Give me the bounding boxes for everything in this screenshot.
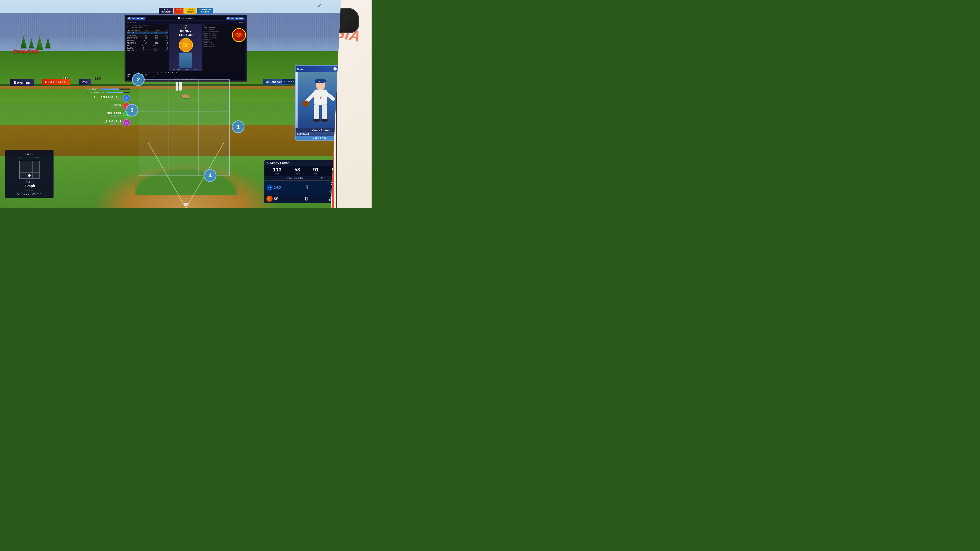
lad-abbr-hud: LAD bbox=[274, 186, 284, 189]
batting-row-3: LONGORIA3B.0000-0 bbox=[127, 34, 168, 37]
batter-section: OFP SEASON STATISTICS BATTING ORDER YAST… bbox=[126, 24, 245, 71]
con-value: 113 bbox=[273, 167, 281, 173]
batting-row-1: YASTRZEMSKIRF.0000-0 bbox=[127, 29, 168, 32]
sf-label: SF bbox=[127, 76, 132, 78]
inn9-header: 9 bbox=[164, 72, 167, 73]
confidence-bar-background bbox=[106, 92, 130, 94]
park-name-label: ORACLE PARK™ bbox=[8, 192, 51, 195]
batting-order-label: OFP SEASON STATISTICS bbox=[127, 24, 168, 26]
card-team-name: CLEVELAND bbox=[297, 133, 310, 135]
splitter-option[interactable]: SPLITTER 81-85 MPH △ bbox=[87, 111, 130, 118]
pow-label: POW bbox=[294, 173, 300, 175]
slider-name: SLIDER bbox=[110, 104, 121, 106]
show-logo-left: ⚾ THE SHOW22 bbox=[127, 17, 145, 20]
pitch-release-label: PITCH RELEASE bbox=[8, 156, 51, 159]
inn6-header: 6 bbox=[152, 72, 155, 73]
bowman-ad: Bowman bbox=[10, 79, 34, 86]
topps-chrome-billboard: ToppsChrome bbox=[185, 8, 196, 14]
san-diego-studio-billboard: SAN DIEGOSTUDIO bbox=[197, 8, 213, 14]
sf-inn6: 1 bbox=[152, 76, 155, 78]
fastball-option[interactable]: 4-SEAM FASTBALL 92-96 MPH ✕ bbox=[87, 95, 130, 102]
batting-row-8: CASALIC.0000-0 bbox=[127, 47, 168, 49]
wind-label: - No Wind - bbox=[8, 189, 51, 192]
trees-area bbox=[21, 36, 51, 50]
slider-option[interactable]: SLIDER 85-89 MPH ○ bbox=[87, 103, 130, 110]
curve-name: 12-6 CURVE bbox=[104, 120, 121, 123]
pitch-type-mini: 4SFB bbox=[8, 181, 51, 183]
inning-header-row: 1 2 3 4 5 6 7 8 9 R H E bbox=[127, 72, 245, 73]
catcher-glove bbox=[328, 8, 359, 33]
svg-text:SF: SF bbox=[319, 80, 322, 83]
vis-label: VIS bbox=[313, 173, 319, 175]
curve-speed: 78-82 MPH bbox=[104, 123, 121, 125]
confidence-row: CONFIDENCE bbox=[87, 91, 130, 94]
batting-row-7: BELTDH.0000-0 bbox=[127, 44, 168, 47]
confidence-bar-fill bbox=[106, 92, 123, 94]
lad-inn6: 2 bbox=[152, 74, 155, 76]
away-team-header: DODGERS bbox=[127, 21, 137, 24]
jersey-orange-stripe-1 bbox=[332, 0, 334, 208]
sz-vertical-2 bbox=[32, 161, 33, 178]
play-ball-ad: PLAY BALL bbox=[42, 79, 70, 85]
billboard-row: MLBNETWORK NOW ToppsChrome SAN DIEGOSTUD… bbox=[124, 8, 247, 14]
batter-number-display: 7 bbox=[170, 25, 201, 30]
hud-pitcher-name: Tony Gonsolin bbox=[286, 177, 303, 179]
sf-abbr-hud: SF bbox=[274, 197, 284, 201]
sf-inn7: 0 bbox=[156, 76, 159, 78]
center-field-distance: 399 bbox=[94, 76, 100, 80]
sz-line-left bbox=[168, 79, 169, 176]
lad-label: LAD bbox=[127, 74, 132, 76]
batting-order-section: OFP SEASON STATISTICS BATTING ORDER YAST… bbox=[126, 24, 169, 71]
scoreboard: ⚾ THE SHOW22 ⚾ THE SHOW22 ⚾ THE SHOW22 D… bbox=[124, 15, 247, 82]
giant-player-right: GIA bbox=[326, 0, 372, 208]
svg-rect-21 bbox=[315, 81, 318, 83]
curve-option[interactable]: 12-6 CURVE 78-82 MPH □ bbox=[87, 119, 130, 126]
lad-inn4: 0 bbox=[145, 74, 148, 76]
lad-inn7: 1 bbox=[156, 74, 159, 76]
svg-text:7: 7 bbox=[319, 95, 322, 100]
sf-inn4: 2 bbox=[145, 76, 148, 78]
show-logo-right: ⚾ THE SHOW22 bbox=[226, 17, 245, 20]
team-headers: DODGERS GIANTS bbox=[126, 21, 245, 24]
home-team-header: GIANTS bbox=[237, 21, 245, 24]
curve-text: 12-6 CURVE 78-82 MPH bbox=[104, 120, 121, 125]
mlb-network-billboard: MLBNETWORK bbox=[159, 8, 173, 14]
con-stat: 113 CON bbox=[273, 167, 281, 175]
batter-name-line2: LOFTON bbox=[170, 33, 201, 37]
late-label: LATE bbox=[8, 152, 51, 156]
jersey-black-stripe bbox=[336, 0, 337, 208]
batting-row-9: RODONP.0000-0 bbox=[127, 49, 168, 52]
player-jersey-right: GIA bbox=[326, 0, 372, 208]
batting-row-2-active: LOFTONCF.0000-0 bbox=[127, 32, 168, 34]
la-label: LA bbox=[204, 24, 245, 26]
sf-logo-center: SF bbox=[179, 38, 193, 52]
pow-stat: 53 POW bbox=[294, 167, 300, 175]
inn8-header: 8 bbox=[160, 72, 163, 73]
inn4-header: 4 bbox=[145, 72, 148, 73]
fastball-text: 4-SEAM FASTBALL 92-96 MPH bbox=[94, 96, 121, 101]
inn3-header: 3 bbox=[141, 72, 144, 73]
now-billboard: NOW bbox=[174, 8, 183, 14]
con-label: CON bbox=[273, 173, 281, 175]
slider-speed: 85-89 MPH bbox=[110, 106, 121, 109]
turner-stat-row: TURNER .000 bbox=[204, 44, 245, 45]
errors-header: E bbox=[175, 72, 178, 73]
vis-value: 91 bbox=[313, 167, 319, 173]
curve-button[interactable]: □ bbox=[123, 119, 130, 126]
main-scoreboard-area: MLBNETWORK NOW ToppsChrome SAN DIEGOSTUD… bbox=[124, 8, 247, 82]
mini-strike-zone bbox=[19, 161, 40, 179]
stats-header: BATTING ORDER bbox=[127, 27, 168, 29]
runs-header: R bbox=[167, 72, 170, 73]
fastball-speed: 92-96 MPH bbox=[94, 98, 121, 101]
hud-batter-name: Kenny Lofton bbox=[270, 161, 290, 165]
players-trust-logo: MLBPAPLAYERSTRUST bbox=[232, 28, 246, 42]
lad-score-row: LAD 1 0 0 0 2 2 1 bbox=[127, 74, 245, 76]
bellinger-stat-row: BELLINGER .000 bbox=[204, 46, 245, 47]
card-brand: Topps bbox=[297, 68, 303, 70]
energy-bar-background bbox=[100, 89, 130, 90]
fastball-button[interactable]: ✕ bbox=[123, 95, 130, 102]
zone-number-4: 4 bbox=[204, 169, 216, 182]
pitch-release-panel: LATE PITCH RELEASE 4SFB 93mph - No Wind … bbox=[5, 150, 54, 198]
pow-value: 53 bbox=[294, 167, 300, 173]
svg-point-17 bbox=[313, 119, 320, 122]
